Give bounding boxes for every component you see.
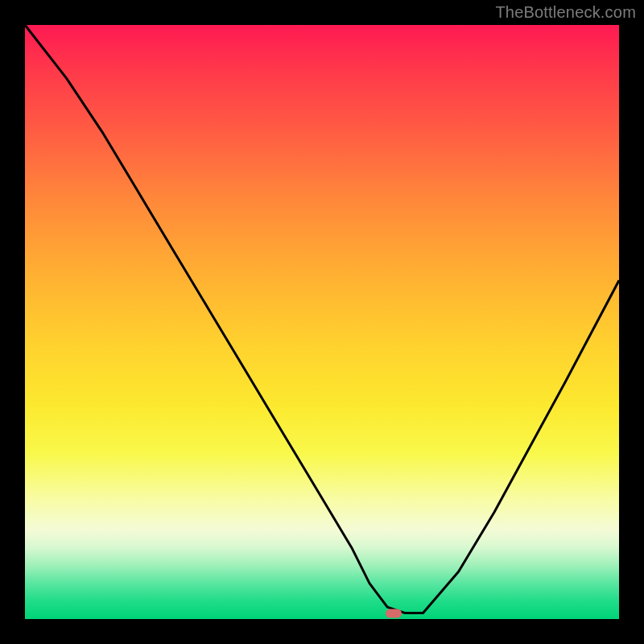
- plot-area: [25, 25, 619, 619]
- bottleneck-curve-path: [25, 25, 619, 613]
- chart-frame: TheBottleneck.com: [0, 0, 644, 644]
- curve-svg: [25, 25, 619, 619]
- optimal-point-marker: [386, 609, 402, 617]
- watermark-text: TheBottleneck.com: [495, 3, 636, 22]
